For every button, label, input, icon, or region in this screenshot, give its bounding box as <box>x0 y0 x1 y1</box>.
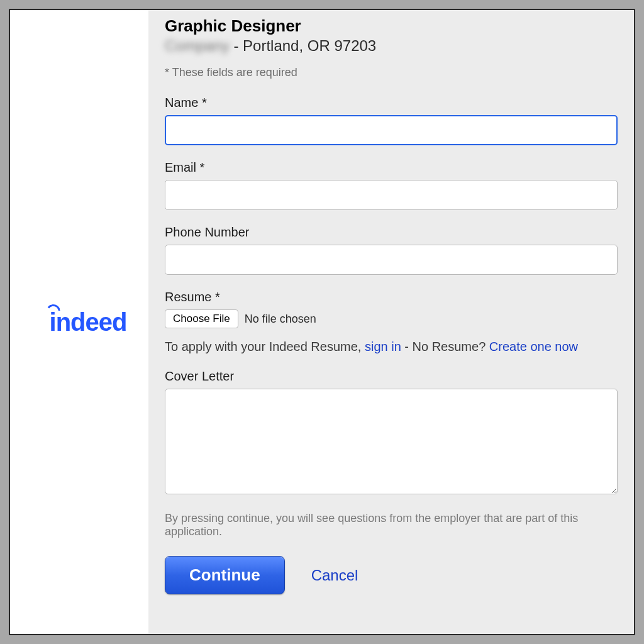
sign-in-link[interactable]: sign in <box>365 340 401 353</box>
continue-disclaimer: By pressing continue, you will see quest… <box>165 512 618 538</box>
button-row: Continue Cancel <box>165 556 618 594</box>
form-pane: Graphic Designer Company - Portland, OR … <box>148 10 634 634</box>
name-label: Name * <box>165 96 618 110</box>
name-field: Name * <box>165 96 618 145</box>
no-file-chosen-text: No file chosen <box>245 313 316 326</box>
phone-input[interactable] <box>165 245 618 275</box>
application-window: indeed Graphic Designer Company - Portla… <box>9 9 635 635</box>
continue-button[interactable]: Continue <box>165 556 285 594</box>
location-separator: - <box>230 37 243 54</box>
required-fields-note: * These fields are required <box>165 66 618 79</box>
resume-help-line: To apply with your Indeed Resume, sign i… <box>165 340 618 354</box>
cancel-link[interactable]: Cancel <box>311 567 358 584</box>
email-field: Email * <box>165 160 618 210</box>
resume-help-prefix: To apply with your Indeed Resume, <box>165 340 365 353</box>
cover-letter-label: Cover Letter <box>165 369 618 384</box>
name-input[interactable] <box>165 115 618 145</box>
logo-text: indeed <box>50 308 127 336</box>
cover-letter-field: Cover Letter <box>165 369 618 497</box>
cover-letter-textarea[interactable] <box>165 389 618 494</box>
job-location: Portland, OR 97203 <box>243 37 376 54</box>
resume-help-mid: - No Resume? <box>401 340 489 353</box>
file-input-row: Choose File No file chosen <box>165 309 618 328</box>
job-title: Graphic Designer <box>165 16 618 36</box>
phone-label: Phone Number <box>165 225 618 240</box>
email-input[interactable] <box>165 180 618 210</box>
phone-field: Phone Number <box>165 225 618 275</box>
left-pane: indeed <box>10 10 148 634</box>
email-label: Email * <box>165 160 618 175</box>
resume-label: Resume * <box>165 290 618 304</box>
company-name-blurred: Company <box>165 37 230 55</box>
job-location-line: Company - Portland, OR 97203 <box>165 37 618 55</box>
choose-file-button[interactable]: Choose File <box>165 309 238 328</box>
create-resume-link[interactable]: Create one now <box>489 340 578 353</box>
indeed-logo: indeed <box>50 308 127 336</box>
resume-field: Resume * Choose File No file chosen To a… <box>165 290 618 354</box>
